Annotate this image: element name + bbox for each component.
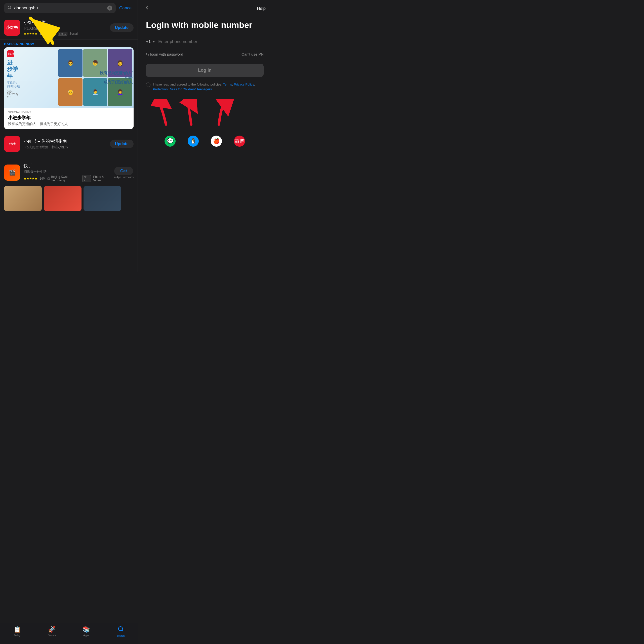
event-sub-text: 享你的*/(学年)小结 [7,81,55,88]
apple-login-button[interactable]: 🍎 [210,135,223,148]
update-button-1[interactable]: Update [110,23,134,32]
bottom-spacer [0,211,138,234]
phone-number-input[interactable] [158,39,264,44]
star-rating: ★★★★★ [24,32,37,35]
svg-line-1 [10,8,11,9]
clear-search-button[interactable]: × [107,6,112,11]
search-bar-container: × Cancel [0,0,138,16]
red-arrows-annotation [146,99,264,130]
kuaishou-stars: ★★★★★ [24,177,37,180]
app-name: 小红书 – 你… [24,20,106,25]
event-title: 小进步学年 [8,115,130,121]
kuaishou-app-icon: 🎬 [4,165,20,181]
login-with-password-link[interactable]: ⇆ login with password [146,52,183,57]
xiaohongshu-app-info: 小红书 – 你… 3亿人的生活经验，都… ★★★★★ 18M Xin No. 1… [24,20,106,36]
spacer [0,155,138,159]
developer-info: Xin [47,32,56,35]
dropdown-arrow-icon: ▼ [152,40,155,44]
event-subtitle: 没有成为更懂的人，但成为了更好的人 [8,122,130,126]
weibo-login-button[interactable]: 微博 [233,135,246,148]
event-app-icon: 小红书 [7,50,14,57]
kuaishou-rating: 14M [39,177,45,180]
kuaishou-developer: Beijing Kwai Technolog... [47,175,80,182]
app-result-xiaohongshu-2[interactable]: 小红书 小红书 – 你的生活指南 3亿人的生活经验，都在小红书 Update [0,132,138,155]
rating-count: 18M [39,32,45,35]
kuaishou-category: Photo & Video [93,175,110,182]
app-meta: ★★★★★ 18M Xin No. 1 Social [24,32,106,36]
svg-rect-4 [48,178,50,180]
country-code-value: +1 [146,39,151,44]
happening-now-label: HAPPENING NOW [0,39,138,47]
social-login-row: 💬 🐧 🍎 微博 [146,130,264,153]
screenshot-people [44,186,82,211]
event-photo-1: 👨 [58,49,83,77]
app-name-2: 小红书 – 你的生活指南 [24,138,106,144]
xiaohongshu-app-icon: 小红书 [4,20,20,36]
kuaishou-meta: ★★★★★ 14M Beijing Kwai Technolog... No. … [24,175,110,182]
cancel-search-button[interactable]: Cancel [118,5,134,12]
kuaishou-rank-badge: No. 2 [82,175,91,182]
kuaishou-name: 快手 [24,163,110,169]
category-badge: Social [69,32,78,35]
qq-login-button[interactable]: 🐧 [187,135,200,148]
rank-badge: No. 1 [58,32,67,36]
cant-use-pn-link[interactable]: Can't use PN [241,52,264,56]
update-button-2[interactable]: Update [110,140,134,148]
policy-checkbox[interactable] [146,83,150,87]
screenshot-kpop [84,186,121,211]
app-result-xiaohongshu-1[interactable]: 小红书 小红书 – 你… 3亿人的生活经验，都… ★★★★★ 18M Xin N… [0,16,138,39]
policy-text: I have read and agreed to the following … [153,82,264,92]
wechat-login-button[interactable]: 💬 [164,135,177,148]
kuaishou-desc: 拥抱每一种生活 [24,170,110,174]
log-in-button[interactable]: Log in [146,64,264,77]
policy-privacy-link[interactable]: Privacy Policy [234,83,254,86]
policy-terms-link[interactable]: Terms [223,83,232,86]
app-result-kuaishou[interactable]: 🎬 快手 拥抱每一种生活 ★★★★★ 14M Beijing Kwai Tech… [0,159,138,186]
kuaishou-app-info: 快手 拥抱每一种生活 ★★★★★ 14M Beijing Kwai Techno… [24,163,110,182]
xiaohongshu-app-info-2: 小红书 – 你的生活指南 3亿人的生活经验，都在小红书 [24,138,106,149]
help-button[interactable]: Help [257,6,266,11]
get-button[interactable]: Get [114,167,133,175]
event-date: 202415 (2025)119 [7,90,55,99]
left-panel: × Cancel 小红书 小红书 – 你… 3亿人的生活经验，都… [0,0,138,272]
screenshots-row [0,186,138,211]
login-title: Login with mobile number [146,20,264,30]
search-results: 小红书 小红书 – 你… 3亿人的生活经验，都… ★★★★★ 18M Xin N… [0,16,138,272]
special-event-label: SPECIAL EVENT [8,111,130,114]
get-button-container: Get In-App Purchases [114,167,134,179]
app-desc-2: 3亿人的生活经验，都在小红书 [24,145,106,149]
screenshot-food [4,186,42,211]
policy-row: I have read and agreed to the following … [146,82,264,92]
event-banner[interactable]: 小红书 进步学年 享你的*/(学年)小结 202415 (2025)119 👨 … [4,47,134,129]
search-input[interactable] [14,6,105,11]
login-content: Login with mobile number +1 ▼ ⇆ login wi… [138,15,272,272]
event-info-section: SPECIAL EVENT 小进步学年 没有成为更懂的人，但成为了更好的人 [4,108,134,129]
svg-rect-3 [48,33,50,35]
login-header: Help [138,0,272,15]
app-desc: 3亿人的生活经验，都… [24,26,106,31]
right-panel: Help Login with mobile number +1 ▼ ⇆ log… [138,0,272,272]
xiaohongshu-app-icon-2: 小红书 [4,136,20,152]
event-photo-4: 👴 [58,78,83,106]
event-photos-area: 👨 👦 👩 👴 👨‍💼 👩‍🦱 没有成为更懂*的人/但是成为了(更好)的人 [58,47,134,108]
search-input-wrapper: × [4,3,116,13]
phone-input-row: +1 ▼ [146,39,264,48]
search-icon [8,6,12,11]
login-options-row: ⇆ login with password Can't use PN [146,52,264,57]
event-chinese-main: 进步学年 [7,59,55,79]
back-button[interactable] [144,5,150,12]
country-code-selector[interactable]: +1 ▼ [146,39,155,44]
event-banner-image: 小红书 进步学年 享你的*/(学年)小结 202415 (2025)119 👨 … [4,47,134,108]
event-right-text: 没有成为更懂*的人/但是成为了(更好)的人 [100,71,133,84]
in-app-purchases-label: In-App Purchases [114,176,134,179]
policy-protection-link[interactable]: Protection Rules for Children/ Teenagers [153,87,212,91]
event-banner-left: 小红书 进步学年 享你的*/(学年)小结 202415 (2025)119 [4,47,58,108]
